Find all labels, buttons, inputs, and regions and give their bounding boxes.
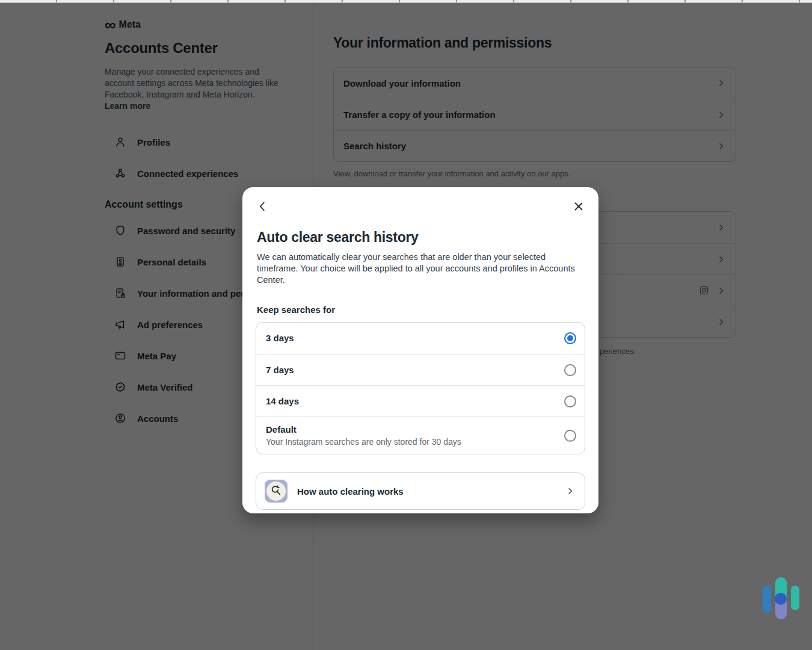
close-icon[interactable] [572,200,585,213]
radio-14-days[interactable] [564,395,576,407]
watermark-bar-right [791,586,799,610]
option-default[interactable]: Default Your Instagram searches are only… [256,416,585,454]
chevron-right-icon [565,486,575,496]
radio-default[interactable] [564,430,576,442]
option-label: Default [266,424,297,435]
search-refresh-icon [265,480,288,503]
option-text: 3 days [266,333,564,344]
option-text: 14 days [266,396,564,407]
modal-description: We can automatically clear your searches… [257,252,579,286]
browser-chrome-strip [0,0,812,3]
radio-3-days[interactable] [564,332,576,344]
how-auto-clearing-works-link[interactable]: How auto clearing works [256,472,585,510]
modal-title: Auto clear search history [257,229,585,246]
option-14-days[interactable]: 14 days [256,385,585,416]
option-label: 7 days [266,365,294,375]
option-label: 14 days [266,396,299,406]
option-text: Default Your Instagram searches are only… [266,424,564,447]
auto-clear-search-history-modal: Auto clear search history We can automat… [242,187,598,513]
modal-header [256,200,585,213]
timeframe-options-card: 3 days 7 days 14 days Default Your Insta… [256,322,585,454]
option-sublabel: Your Instagram searches are only stored … [266,437,564,447]
keep-searches-for-label: Keep searches for [257,305,585,315]
option-label: 3 days [266,333,294,343]
option-text: 7 days [266,365,564,376]
option-3-days[interactable]: 3 days [256,323,585,354]
watermark-logo [760,575,802,623]
footer-link-label: How auto clearing works [297,486,565,497]
radio-7-days[interactable] [564,364,576,376]
back-button[interactable] [256,200,269,213]
watermark-bar-left [763,586,771,613]
option-7-days[interactable]: 7 days [256,354,585,385]
watermark-circle [775,593,787,605]
